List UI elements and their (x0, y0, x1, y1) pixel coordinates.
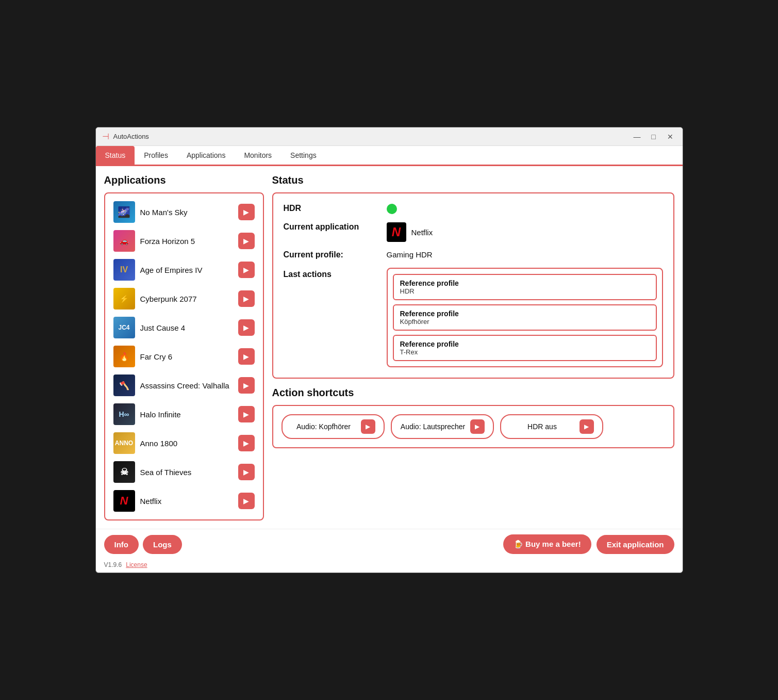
main-content: Applications 🌌 No Man's Sky ▶ 🚗 Forza Ho… (96, 166, 683, 529)
app-thumb-halo: H∞ (113, 403, 135, 425)
app-name-aoe: Age of Empires IV (140, 266, 233, 274)
app-thumb-ac: 🪓 (113, 375, 135, 396)
action-sub-3: T-Rex (400, 348, 650, 356)
shortcuts-section: Action shortcuts Audio: Kopfhörer ▶ Audi… (272, 387, 674, 448)
play-btn-fh5[interactable]: ▶ (238, 233, 255, 249)
list-item[interactable]: N Netflix ▶ (109, 486, 259, 515)
play-btn-cp[interactable]: ▶ (238, 290, 255, 307)
app-name-sot: Sea of Thieves (140, 468, 233, 477)
shortcut-audio-kopfhoerer[interactable]: Audio: Kopfhörer ▶ (282, 414, 385, 439)
hdr-row: HDR (284, 204, 663, 214)
apps-list: 🌌 No Man's Sky ▶ 🚗 Forza Horizon 5 ▶ IV … (104, 192, 264, 520)
tab-applications[interactable]: Applications (177, 146, 235, 165)
tab-monitors[interactable]: Monitors (235, 146, 281, 165)
shortcut-label-1: Audio: Kopfhörer (291, 422, 357, 431)
action-title-1: Reference profile (400, 279, 650, 287)
hdr-status-dot (387, 204, 397, 214)
shortcut-play-icon-3: ▶ (580, 419, 594, 434)
shortcut-play-icon-1: ▶ (361, 419, 375, 434)
license-link[interactable]: License (126, 561, 147, 568)
minimize-button[interactable]: — (631, 131, 643, 143)
current-app-value: N Netflix (387, 222, 433, 242)
shortcuts-grid: Audio: Kopfhörer ▶ Audio: Lautsprecher ▶… (282, 414, 665, 439)
right-panel: Status HDR Current application N Netflix (272, 174, 674, 520)
beer-button[interactable]: 🍺 Buy me a beer! (503, 534, 591, 554)
current-app-name: Netflix (411, 228, 433, 237)
app-thumb-nf: N (113, 490, 135, 512)
exit-button[interactable]: Exit application (597, 535, 674, 554)
maximize-button[interactable]: □ (648, 131, 660, 143)
tab-status[interactable]: Status (96, 146, 135, 165)
play-btn-anno[interactable]: ▶ (238, 435, 255, 451)
app-name-fh5: Forza Horizon 5 (140, 237, 233, 246)
action-title-3: Reference profile (400, 340, 650, 348)
netflix-icon: N (387, 222, 406, 242)
tab-profiles[interactable]: Profiles (135, 146, 177, 165)
play-btn-nms[interactable]: ▶ (238, 204, 255, 220)
titlebar-controls: — □ ✕ (631, 131, 676, 143)
list-item[interactable]: 🌌 No Man's Sky ▶ (109, 198, 259, 226)
play-btn-sot[interactable]: ▶ (238, 464, 255, 480)
nav-bar: Status Profiles Applications Monitors Se… (96, 146, 683, 166)
action-sub-1: HDR (400, 287, 650, 295)
version-text: V1.9.6 (104, 561, 122, 568)
current-profile-row: Current profile: Gaming HDR (284, 250, 663, 259)
app-thumb-nms: 🌌 (113, 201, 135, 223)
applications-heading: Applications (104, 174, 264, 186)
shortcut-hdr-aus[interactable]: HDR aus ▶ (500, 414, 603, 439)
close-button[interactable]: ✕ (664, 131, 676, 143)
logs-button[interactable]: Logs (143, 535, 182, 554)
app-name-halo: Halo Infinite (140, 410, 233, 419)
last-actions-box: Reference profile HDR Reference profile … (387, 268, 663, 367)
play-btn-fc[interactable]: ▶ (238, 348, 255, 365)
list-item[interactable]: ANNO Anno 1800 ▶ (109, 429, 259, 458)
current-app-label: Current application (284, 222, 387, 232)
app-thumb-cp: ⚡ (113, 288, 135, 310)
app-name-jc: Just Cause 4 (140, 323, 233, 332)
app-icon: ⊣ (102, 132, 109, 141)
footer-right: 🍺 Buy me a beer! Exit application (503, 534, 674, 554)
shortcut-audio-lautsprecher[interactable]: Audio: Lautsprecher ▶ (391, 414, 494, 439)
action-title-2: Reference profile (400, 310, 650, 318)
list-item[interactable]: ☠ Sea of Thieves ▶ (109, 458, 259, 486)
play-btn-jc[interactable]: ▶ (238, 319, 255, 336)
play-btn-ac[interactable]: ▶ (238, 377, 255, 394)
info-button[interactable]: Info (104, 535, 139, 554)
list-item[interactable]: 🔥 Far Cry 6 ▶ (109, 342, 259, 371)
app-name-nms: No Man's Sky (140, 208, 233, 217)
status-container: HDR Current application N Netflix C (272, 192, 674, 379)
status-section: Status HDR Current application N Netflix (272, 174, 674, 379)
play-btn-aoe[interactable]: ▶ (238, 262, 255, 278)
tab-settings[interactable]: Settings (281, 146, 326, 165)
version-row: V1.9.6 License (96, 559, 683, 573)
list-item[interactable]: ⚡ Cyberpunk 2077 ▶ (109, 284, 259, 313)
action-entry: Reference profile Köpfhörer (393, 304, 657, 331)
app-name-fc: Far Cry 6 (140, 352, 233, 361)
play-btn-halo[interactable]: ▶ (238, 406, 255, 422)
current-profile-value: Gaming HDR (387, 250, 433, 259)
list-item[interactable]: 🚗 Forza Horizon 5 ▶ (109, 226, 259, 255)
list-item[interactable]: 🪓 Assassins Creed: Valhalla ▶ (109, 371, 259, 400)
list-item[interactable]: H∞ Halo Infinite ▶ (109, 400, 259, 429)
titlebar: ⊣ AutoActions — □ ✕ (96, 127, 683, 146)
app-name-cp: Cyberpunk 2077 (140, 295, 233, 303)
list-item[interactable]: IV Age of Empires IV ▶ (109, 255, 259, 284)
app-thumb-fc: 🔥 (113, 346, 135, 367)
app-title: AutoActions (113, 133, 149, 140)
app-thumb-sot: ☠ (113, 461, 135, 483)
footer-left: Info Logs (104, 535, 182, 554)
shortcuts-container: Audio: Kopfhörer ▶ Audio: Lautsprecher ▶… (272, 405, 674, 448)
profile-name: Gaming HDR (387, 250, 433, 259)
hdr-value (387, 204, 397, 214)
status-heading: Status (272, 174, 674, 186)
play-btn-nf[interactable]: ▶ (238, 493, 255, 509)
current-app-row: Current application N Netflix (284, 222, 663, 242)
action-sub-2: Köpfhörer (400, 318, 650, 325)
app-window: ⊣ AutoActions — □ ✕ Status Profiles Appl… (95, 127, 683, 573)
list-item[interactable]: JC4 Just Cause 4 ▶ (109, 313, 259, 342)
shortcut-label-3: HDR aus (509, 422, 575, 431)
last-actions-label: Last actions (284, 268, 387, 279)
app-thumb-jc: JC4 (113, 317, 135, 338)
app-thumb-aoe: IV (113, 259, 135, 281)
hdr-label: HDR (284, 204, 387, 213)
